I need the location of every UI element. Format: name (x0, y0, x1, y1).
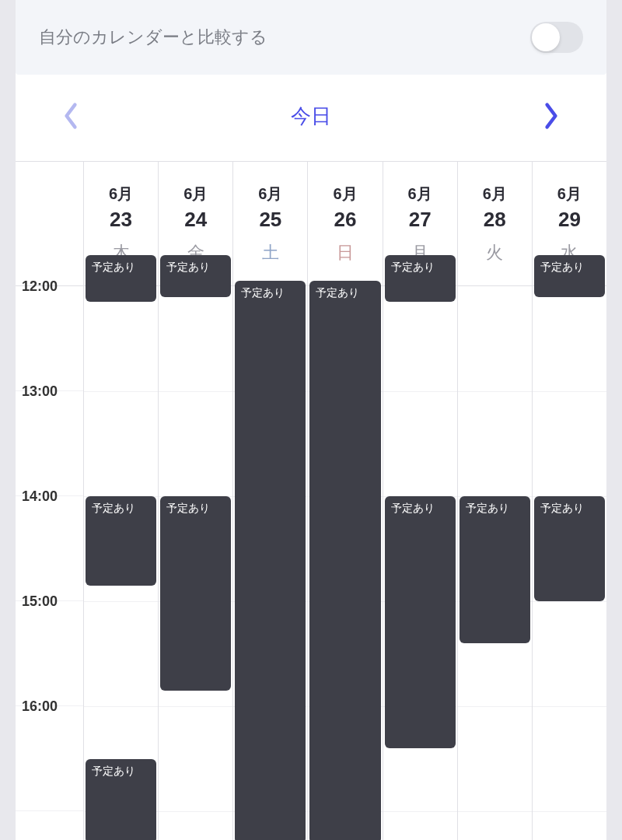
time-label: 13:00 (22, 383, 58, 400)
day-month-label: 6月 (333, 184, 357, 205)
time-slot: 13:00 (16, 391, 83, 496)
chevron-right-icon (543, 102, 560, 130)
day-number: 29 (558, 208, 581, 232)
calendar-event[interactable]: 予定あり (534, 496, 605, 601)
day-body[interactable]: 予定あり (233, 286, 307, 815)
calendar-event[interactable]: 予定あり (385, 255, 456, 303)
day-column: 6月24金予定あり予定あり (159, 162, 233, 840)
time-label: 16:00 (22, 698, 58, 715)
day-column: 6月25土予定あり (233, 162, 308, 840)
day-body[interactable]: 予定あり予定あり (533, 286, 606, 815)
today-button[interactable]: 今日 (291, 103, 331, 130)
day-body[interactable]: 予定あり予定あり予定あり (84, 286, 158, 815)
day-column: 6月29水予定あり予定あり (533, 162, 606, 840)
day-of-week: 火 (486, 241, 503, 264)
day-number: 26 (334, 208, 357, 232)
compare-toggle-bar: 自分のカレンダーと比較する (16, 0, 606, 75)
day-header[interactable]: 6月25土 (233, 162, 307, 286)
day-column: 6月26日予定あり (308, 162, 383, 840)
next-week-button[interactable] (543, 102, 560, 130)
calendar-event[interactable]: 予定あり (86, 759, 156, 841)
time-label: 12:00 (22, 278, 58, 295)
day-column: 6月23木予定あり予定あり予定あり (84, 162, 159, 840)
day-header[interactable]: 6月26日 (308, 162, 382, 286)
day-month-label: 6月 (109, 184, 133, 205)
day-body[interactable]: 予定あり予定あり (383, 286, 457, 815)
day-month-label: 6月 (258, 184, 282, 205)
calendar-grid: 12:0013:0014:0015:0016:00 6月23木予定あり予定あり予… (16, 161, 606, 840)
compare-label: 自分のカレンダーと比較する (39, 26, 267, 49)
day-column: 6月28火予定あり (458, 162, 533, 840)
day-header[interactable]: 6月28火 (458, 162, 532, 286)
time-label: 14:00 (22, 488, 58, 505)
time-slot: 14:00 (16, 496, 83, 601)
chevron-left-icon (62, 102, 79, 130)
date-nav-bar: 今日 (16, 75, 606, 161)
time-axis: 12:0013:0014:0015:0016:00 (16, 162, 84, 840)
calendar-event[interactable]: 予定あり (160, 255, 231, 297)
calendar-event[interactable]: 予定あり (460, 496, 530, 643)
days-container: 6月23木予定あり予定あり予定あり6月24金予定あり予定あり6月25土予定あり6… (84, 162, 606, 840)
compare-toggle[interactable] (530, 22, 583, 53)
calendar-event[interactable]: 予定あり (534, 255, 605, 297)
day-number: 28 (484, 208, 506, 232)
day-body[interactable]: 予定あり (308, 286, 382, 815)
day-number: 25 (259, 208, 281, 232)
toggle-knob (532, 23, 560, 51)
day-of-week: 土 (262, 241, 279, 264)
calendar-event[interactable]: 予定あり (86, 496, 156, 586)
time-label: 15:00 (22, 593, 58, 610)
day-column: 6月27月予定あり予定あり (383, 162, 458, 840)
day-month-label: 6月 (483, 184, 507, 205)
calendar-event[interactable]: 予定あり (309, 281, 380, 840)
time-slot: 15:00 (16, 601, 83, 706)
day-month-label: 6月 (557, 184, 582, 205)
day-of-week: 日 (337, 241, 354, 264)
calendar-event[interactable]: 予定あり (86, 255, 156, 303)
day-body[interactable]: 予定あり予定あり (159, 286, 232, 815)
day-body[interactable]: 予定あり (458, 286, 532, 815)
calendar-event[interactable]: 予定あり (160, 496, 231, 691)
day-month-label: 6月 (183, 184, 208, 205)
time-slot: 16:00 (16, 706, 83, 811)
time-slot: 12:00 (16, 286, 83, 391)
day-number: 23 (110, 208, 132, 232)
day-number: 24 (184, 208, 207, 232)
day-month-label: 6月 (408, 184, 432, 205)
calendar-event[interactable]: 予定あり (385, 496, 456, 748)
day-number: 27 (409, 208, 432, 232)
prev-week-button[interactable] (62, 102, 79, 130)
calendar-event[interactable]: 予定あり (235, 281, 306, 840)
